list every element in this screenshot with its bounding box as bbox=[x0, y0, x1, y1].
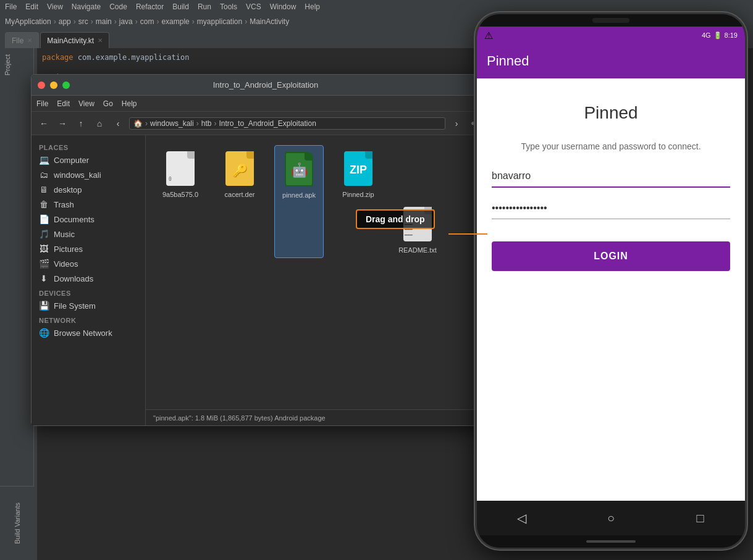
sidebar-label-browse-network: Browse Network bbox=[54, 328, 112, 338]
forward-button[interactable]: → bbox=[55, 116, 70, 131]
project-tab[interactable]: Project bbox=[0, 48, 15, 81]
zip-file-icon: ZIP bbox=[341, 149, 376, 188]
breadcrumb-mainactivity[interactable]: MainActivity bbox=[250, 17, 289, 26]
menu-item-code[interactable]: Code bbox=[109, 2, 127, 11]
path-sep3: › bbox=[214, 119, 216, 128]
file-item-pinned-apk[interactable]: 🤖 pinned.apk bbox=[274, 145, 324, 258]
network-section-label: Network bbox=[32, 313, 145, 325]
sidebar-item-browse-network[interactable]: 🌐 Browse Network bbox=[32, 325, 145, 340]
sidebar-item-downloads[interactable]: ⬇ Downloads bbox=[32, 271, 145, 286]
phone-notch bbox=[477, 14, 745, 27]
sidebar-item-computer[interactable]: 💻 Computer bbox=[32, 153, 145, 167]
close-dot[interactable] bbox=[38, 81, 45, 89]
breadcrumb-myapp[interactable]: myapplication bbox=[197, 17, 242, 26]
tab-close-icon[interactable]: ✕ bbox=[27, 37, 32, 44]
menu-item-edit[interactable]: Edit bbox=[25, 2, 38, 11]
next-path-button[interactable]: › bbox=[449, 116, 464, 131]
sidebar-label-desktop: desktop bbox=[54, 185, 82, 194]
fm-content: 0 9a5ba575.0 🔑 cacert.der bbox=[146, 135, 487, 425]
sidebar-item-desktop[interactable]: 🖥 desktop bbox=[32, 182, 145, 197]
recents-nav-button[interactable]: □ bbox=[688, 506, 713, 530]
breadcrumb-java[interactable]: java bbox=[119, 17, 133, 26]
home-nav-button[interactable]: ○ bbox=[599, 506, 623, 530]
phone-input-group bbox=[492, 165, 730, 219]
file-name-pinned-apk: pinned.apk bbox=[282, 191, 316, 199]
breadcrumb-example[interactable]: example bbox=[161, 17, 189, 26]
file-name-9a5ba575: 9a5ba575.0 bbox=[162, 191, 198, 199]
ide-menubar: File Edit View Navigate Code Refactor Bu… bbox=[0, 0, 753, 14]
sidebar-label-videos: Videos bbox=[54, 259, 78, 269]
file-name-pinned-zip: Pinned.zip bbox=[342, 191, 374, 199]
ide-project-panel: Project bbox=[0, 48, 34, 560]
build-variants-tab[interactable]: Build Variants bbox=[14, 503, 21, 544]
path-folder[interactable]: Intro_to_Android_Exploitation bbox=[219, 119, 316, 128]
path-icon: 🏠 bbox=[133, 119, 143, 128]
up-button[interactable]: ↑ bbox=[74, 116, 88, 131]
status-text: "pinned.apk": 1.8 MiB (1,865,877 bytes) … bbox=[153, 414, 326, 422]
fm-menu-edit[interactable]: Edit bbox=[57, 99, 70, 108]
breadcrumb-app2[interactable]: app bbox=[59, 17, 71, 26]
menu-item-view[interactable]: View bbox=[47, 2, 63, 11]
back-nav-button[interactable]: ◁ bbox=[509, 506, 534, 530]
breadcrumb-src[interactable]: src bbox=[78, 17, 88, 26]
fm-menu-view[interactable]: View bbox=[78, 99, 95, 108]
sidebar-item-music[interactable]: 🎵 Music bbox=[32, 227, 145, 241]
tab-close-active-icon[interactable]: ✕ bbox=[98, 37, 103, 44]
phone-device: ⚠ 4G 🔋 8:19 Pinned Pinned Type your user… bbox=[475, 12, 747, 550]
menu-item-window[interactable]: Window bbox=[270, 2, 297, 11]
fm-menu-go[interactable]: Go bbox=[103, 99, 113, 108]
sidebar-label-pictures: Pictures bbox=[54, 244, 83, 254]
fm-menu-help[interactable]: Help bbox=[122, 99, 137, 108]
phone-status-bar: ⚠ 4G 🔋 8:19 bbox=[477, 27, 745, 44]
videos-icon: 🎬 bbox=[39, 259, 49, 269]
fm-menu-file[interactable]: File bbox=[36, 99, 48, 108]
menu-item-refactor[interactable]: Refactor bbox=[136, 2, 164, 11]
username-input[interactable] bbox=[492, 165, 730, 188]
breadcrumb-com[interactable]: com bbox=[140, 17, 154, 26]
fm-body: Places 💻 Computer 🗂 windows_kali 🖥 deskt… bbox=[32, 135, 487, 425]
path-sep1: › bbox=[145, 119, 148, 128]
breadcrumb-main[interactable]: main bbox=[96, 17, 112, 26]
sidebar-item-documents[interactable]: 📄 Documents bbox=[32, 212, 145, 227]
sidebar-item-windows-kali[interactable]: 🗂 windows_kali bbox=[32, 167, 145, 182]
sidebar-item-trash[interactable]: 🗑 Trash bbox=[32, 197, 145, 212]
menu-item-navigate[interactable]: Navigate bbox=[72, 2, 101, 11]
time-display: 8:19 bbox=[725, 31, 738, 39]
tab-activity-main-label: File bbox=[12, 36, 23, 45]
sidebar-label-downloads: Downloads bbox=[54, 274, 93, 283]
menu-item-build[interactable]: Build bbox=[172, 2, 189, 11]
tab-activity-main[interactable]: File ✕ bbox=[5, 32, 39, 48]
home-button[interactable]: ⌂ bbox=[92, 116, 107, 131]
downloads-icon: ⬇ bbox=[39, 274, 49, 283]
file-manager-window: Intro_to_Android_Exploitation File Edit … bbox=[31, 74, 488, 426]
file-name-cacert: cacert.der bbox=[225, 191, 255, 199]
phone-app-title: Pinned bbox=[487, 53, 529, 69]
music-icon: 🎵 bbox=[39, 229, 49, 239]
menu-item-vcs[interactable]: VCS bbox=[246, 2, 261, 11]
phone-speaker bbox=[592, 18, 629, 23]
file-item-pinned-zip[interactable]: ZIP Pinned.zip bbox=[334, 145, 383, 258]
file-item-9a5ba575[interactable]: 0 9a5ba575.0 bbox=[156, 145, 205, 258]
cert-file-icon: 🔑 bbox=[222, 149, 257, 188]
menu-item-tools[interactable]: Tools bbox=[220, 2, 237, 11]
file-item-cacert[interactable]: 🔑 cacert.der bbox=[215, 145, 264, 258]
menu-item-file[interactable]: File bbox=[5, 2, 17, 11]
fm-files-area: 0 9a5ba575.0 🔑 cacert.der bbox=[146, 135, 487, 409]
prev-path-button[interactable]: ‹ bbox=[111, 116, 125, 131]
password-input[interactable] bbox=[492, 198, 730, 219]
sidebar-item-filesystem[interactable]: 💾 File System bbox=[32, 298, 145, 313]
back-button[interactable]: ← bbox=[36, 116, 51, 131]
documents-icon: 📄 bbox=[39, 214, 49, 224]
breadcrumb-app[interactable]: MyApplication bbox=[5, 17, 51, 26]
menu-item-help[interactable]: Help bbox=[305, 2, 320, 11]
sidebar-item-pictures[interactable]: 🖼 Pictures bbox=[32, 241, 145, 256]
login-button[interactable]: LOGIN bbox=[492, 241, 730, 271]
phone-app-content: Pinned Type your username and password t… bbox=[477, 78, 745, 501]
path-windows-kali[interactable]: windows_kali bbox=[150, 119, 194, 128]
tab-mainactivity[interactable]: MainActivity.kt ✕ bbox=[40, 32, 109, 48]
path-htb[interactable]: htb bbox=[201, 119, 212, 128]
menu-item-run[interactable]: Run bbox=[198, 2, 211, 11]
apk-file-icon: 🤖 bbox=[282, 149, 316, 189]
sidebar-item-videos[interactable]: 🎬 Videos bbox=[32, 256, 145, 271]
fm-menubar: File Edit View Go Help bbox=[32, 96, 487, 112]
